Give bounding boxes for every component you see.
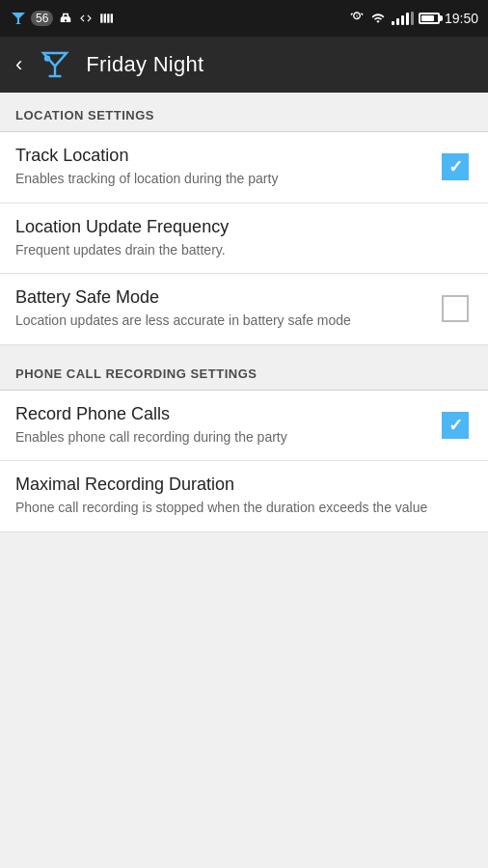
record-phone-calls-title: Record Phone Calls [15, 404, 422, 424]
alarm-icon [349, 11, 365, 26]
back-button[interactable]: ‹ [15, 52, 22, 77]
battery-safe-mode-text: Battery Safe Mode Location updates are l… [15, 287, 438, 331]
maximal-recording-duration-text: Maximal Recording Duration Phone call re… [15, 475, 473, 518]
clock-time: 19:50 [445, 11, 478, 26]
location-update-frequency-desc: Frequent updates drain the battery. [15, 241, 457, 260]
status-bar: 56 [0, 0, 488, 37]
track-location-title: Track Location [15, 146, 422, 166]
track-location-checkbox[interactable] [442, 153, 469, 180]
battery-safe-mode-checkbox-container[interactable] [438, 291, 473, 326]
toolbar: ‹ Friday Night [0, 37, 488, 93]
app-logo-icon [40, 49, 70, 80]
wifi-icon [369, 12, 387, 25]
track-location-desc: Enables tracking of location during the … [15, 170, 422, 189]
maximal-recording-duration-title: Maximal Recording Duration [15, 475, 457, 495]
location-update-frequency-item[interactable]: Location Update Frequency Frequent updat… [0, 203, 488, 275]
track-location-text: Track Location Enables tracking of locat… [15, 146, 438, 189]
usb-icon [59, 12, 72, 25]
record-phone-calls-desc: Enables phone call recording during the … [15, 428, 422, 448]
record-phone-calls-item[interactable]: Record Phone Calls Enables phone call re… [0, 391, 488, 462]
location-section-label: LOCATION SETTINGS [15, 108, 154, 122]
bars-icon [99, 12, 113, 25]
page-title: Friday Night [86, 52, 203, 77]
location-update-frequency-text: Location Update Frequency Frequent updat… [15, 217, 473, 260]
status-left-icons: 56 [10, 11, 113, 26]
track-location-checkbox-container[interactable] [438, 149, 473, 184]
record-phone-calls-text: Record Phone Calls Enables phone call re… [15, 404, 438, 448]
phone-section-header: PHONE CALL RECORDING SETTINGS [0, 351, 488, 391]
record-phone-calls-checkbox[interactable] [442, 412, 469, 439]
phone-section-label: PHONE CALL RECORDING SETTINGS [15, 366, 257, 381]
battery-safe-mode-item[interactable]: Battery Safe Mode Location updates are l… [0, 274, 488, 345]
maximal-recording-duration-desc: Phone call recording is stopped when the… [15, 499, 457, 518]
battery-safe-mode-desc: Location updates are less accurate in ba… [15, 312, 422, 331]
code-icon [78, 12, 94, 25]
svg-point-7 [44, 55, 50, 61]
svg-rect-3 [111, 14, 113, 22]
maximal-recording-duration-item[interactable]: Maximal Recording Duration Phone call re… [0, 461, 488, 532]
battery-icon [419, 13, 440, 24]
status-right-icons: 19:50 [349, 11, 478, 26]
svg-rect-0 [101, 14, 103, 22]
svg-rect-1 [104, 14, 106, 22]
app-status-icon [10, 11, 25, 26]
battery-safe-mode-checkbox[interactable] [442, 295, 469, 322]
location-update-frequency-title: Location Update Frequency [15, 217, 457, 237]
battery-percent-status: 56 [31, 11, 53, 26]
record-phone-calls-checkbox-container[interactable] [438, 408, 473, 443]
track-location-item[interactable]: Track Location Enables tracking of locat… [0, 132, 488, 203]
svg-rect-2 [108, 14, 110, 22]
signal-icon [392, 12, 414, 25]
location-section-header: LOCATION SETTINGS [0, 93, 488, 132]
main-content: LOCATION SETTINGS Track Location Enables… [0, 93, 488, 868]
battery-safe-mode-title: Battery Safe Mode [15, 287, 422, 308]
